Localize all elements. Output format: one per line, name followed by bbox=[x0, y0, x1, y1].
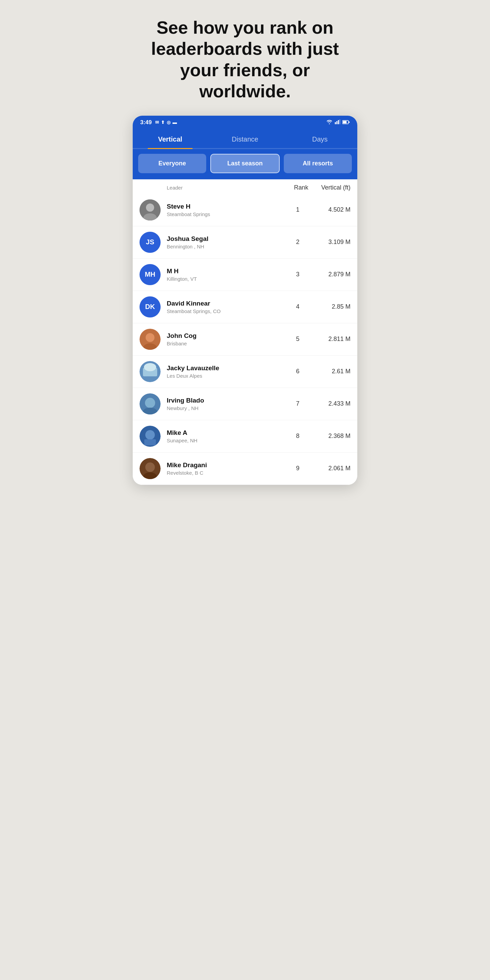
table-row: JS Joshua Segal Bennington , NH 2 3.109 … bbox=[133, 226, 357, 259]
avatar-placeholder-icon bbox=[140, 199, 161, 221]
table-row: John Cog Brisbane 5 2.811 M bbox=[133, 323, 357, 356]
tab-bar: Vertical Distance Days bbox=[133, 129, 357, 149]
leader-rank: 8 bbox=[286, 433, 310, 440]
leader-vertical: 3.109 M bbox=[310, 239, 350, 246]
leader-location: Bennington , NH bbox=[167, 243, 286, 250]
avatar: MH bbox=[140, 264, 161, 285]
status-bar-right bbox=[326, 119, 350, 126]
circle-icon: ◎ bbox=[167, 120, 170, 125]
avatar-placeholder-icon bbox=[140, 329, 161, 350]
leader-name: Irving Blado bbox=[167, 396, 286, 405]
leader-name: Jacky Lavauzelle bbox=[167, 364, 286, 372]
svg-point-11 bbox=[146, 333, 154, 342]
avatar bbox=[140, 329, 161, 350]
svg-rect-21 bbox=[144, 439, 156, 445]
table-row: MH M H Killington, VT 3 2.879 M bbox=[133, 259, 357, 291]
status-icons: ✉ ⬆ ◎ ▬ bbox=[155, 120, 177, 125]
wifi-icon bbox=[326, 119, 333, 126]
leader-info: Mike Dragani Revelstoke, B C bbox=[167, 461, 286, 476]
tab-vertical[interactable]: Vertical bbox=[133, 129, 208, 148]
leader-rank: 5 bbox=[286, 336, 310, 343]
leader-location: Sunapee, NH bbox=[167, 438, 286, 443]
leader-name: Mike Dragani bbox=[167, 461, 286, 469]
tab-days[interactable]: Days bbox=[282, 129, 357, 148]
svg-rect-0 bbox=[335, 122, 336, 124]
filter-last-season-button[interactable]: Last season bbox=[210, 154, 280, 173]
leader-info: M H Killington, VT bbox=[167, 267, 286, 282]
leader-name: David Kinnear bbox=[167, 299, 286, 308]
status-time: 3:49 bbox=[140, 119, 152, 126]
leader-vertical: 2.61 M bbox=[310, 368, 350, 375]
leader-rank: 3 bbox=[286, 271, 310, 278]
leaderboard: Leader Rank Vertical (ft) Steve H Steamb… bbox=[133, 179, 357, 485]
leader-location: Killington, VT bbox=[167, 276, 286, 282]
leader-rank: 2 bbox=[286, 239, 310, 246]
filter-everyone-button[interactable]: Everyone bbox=[138, 154, 206, 173]
leader-info: Steve H Steamboat Springs bbox=[167, 202, 286, 218]
leader-vertical: 2.061 M bbox=[310, 465, 350, 472]
table-row: Steve H Steamboat Springs 1 4.502 M bbox=[133, 194, 357, 226]
leader-rank: 1 bbox=[286, 206, 310, 213]
svg-rect-5 bbox=[343, 121, 347, 123]
leader-location: Steamboat Springs bbox=[167, 211, 286, 217]
table-row: Irving Blado Newbury , NH 7 2.433 M bbox=[133, 388, 357, 420]
table-row: DK David Kinnear Steamboat Springs, CO 4… bbox=[133, 291, 357, 323]
phone-container: 3:49 ✉ ⬆ ◎ ▬ bbox=[133, 116, 357, 485]
table-row: Mike Dragani Revelstoke, B C 9 2.061 M bbox=[133, 453, 357, 485]
leader-info: Jacky Lavauzelle Les Deux Alpes bbox=[167, 364, 286, 379]
leader-vertical: 2.368 M bbox=[310, 433, 350, 440]
tab-distance[interactable]: Distance bbox=[208, 129, 282, 148]
upload-icon: ⬆ bbox=[161, 120, 165, 125]
avatar-placeholder-icon bbox=[140, 426, 161, 447]
header-rank: Rank bbox=[289, 184, 313, 191]
svg-point-20 bbox=[145, 430, 155, 440]
svg-rect-3 bbox=[340, 119, 340, 124]
avatar-placeholder-icon bbox=[140, 458, 161, 479]
avatar-placeholder-icon bbox=[140, 393, 161, 414]
leader-location: Newbury , NH bbox=[167, 405, 286, 411]
leader-info: David Kinnear Steamboat Springs, CO bbox=[167, 299, 286, 314]
card-icon: ▬ bbox=[172, 120, 177, 125]
header-leader: Leader bbox=[140, 185, 289, 191]
leader-rank: 7 bbox=[286, 400, 310, 407]
leader-name: Steve H bbox=[167, 202, 286, 211]
leader-info: Mike A Sunapee, NH bbox=[167, 429, 286, 444]
leader-name: John Cog bbox=[167, 332, 286, 340]
leader-vertical: 4.502 M bbox=[310, 206, 350, 213]
signal-icon bbox=[335, 119, 340, 126]
svg-point-15 bbox=[144, 363, 156, 371]
svg-rect-1 bbox=[337, 121, 337, 124]
status-bar-left: 3:49 ✉ ⬆ ◎ ▬ bbox=[140, 119, 177, 126]
leader-info: Joshua Segal Bennington , NH bbox=[167, 235, 286, 250]
svg-point-17 bbox=[145, 398, 155, 408]
filter-all-resorts-button[interactable]: All resorts bbox=[284, 154, 352, 173]
avatar: DK bbox=[140, 296, 161, 318]
leader-vertical: 2.811 M bbox=[310, 336, 350, 343]
table-row: Jacky Lavauzelle Les Deux Alpes 6 2.61 M bbox=[133, 356, 357, 388]
battery-icon bbox=[342, 119, 350, 126]
status-bar: 3:49 ✉ ⬆ ◎ ▬ bbox=[133, 116, 357, 129]
leader-name: Mike A bbox=[167, 429, 286, 437]
leader-vertical: 2.85 M bbox=[310, 303, 350, 310]
avatar bbox=[140, 393, 161, 414]
header-vertical: Vertical (ft) bbox=[313, 184, 350, 191]
avatar bbox=[140, 361, 161, 382]
page-wrapper: See how you rank on leaderboards with ju… bbox=[123, 0, 368, 485]
leader-location: Brisbane bbox=[167, 340, 286, 347]
page-headline: See how you rank on leaderboards with ju… bbox=[123, 0, 368, 116]
leader-location: Revelstoke, B C bbox=[167, 470, 286, 476]
svg-point-8 bbox=[146, 204, 154, 212]
svg-rect-6 bbox=[349, 121, 350, 123]
leader-rank: 4 bbox=[286, 303, 310, 310]
leader-vertical: 2.879 M bbox=[310, 271, 350, 278]
email-icon: ✉ bbox=[155, 120, 159, 125]
table-header: Leader Rank Vertical (ft) bbox=[133, 179, 357, 194]
avatar bbox=[140, 199, 161, 221]
filter-bar: Everyone Last season All resorts bbox=[133, 149, 357, 179]
leader-rank: 6 bbox=[286, 368, 310, 375]
leader-name: M H bbox=[167, 267, 286, 275]
leader-vertical: 2.433 M bbox=[310, 400, 350, 407]
leader-location: Steamboat Springs, CO bbox=[167, 308, 286, 314]
leader-name: Joshua Segal bbox=[167, 235, 286, 243]
leader-rank: 9 bbox=[286, 465, 310, 472]
